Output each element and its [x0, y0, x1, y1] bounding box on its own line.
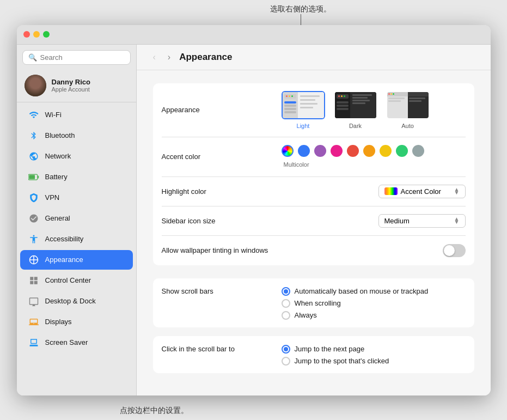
- main-window: 🔍 Danny Rico Apple Account: [17, 25, 491, 395]
- sidebar-item-bluetooth[interactable]: Bluetooth: [20, 126, 133, 145]
- highlight-color-row: Highlight color Accent Color ▲ ▼: [162, 177, 466, 206]
- click-next-page-option[interactable]: Jump to the next page: [282, 345, 389, 354]
- scroll-auto-dot: [284, 289, 288, 294]
- back-button[interactable]: ‹: [150, 51, 159, 63]
- appearance-dark-option[interactable]: Dark: [334, 91, 377, 129]
- bluetooth-icon: [28, 130, 40, 142]
- search-icon: 🔍: [28, 53, 37, 62]
- scroll-always-label: Always: [295, 311, 317, 319]
- sidebar-item-displays[interactable]: Displays: [20, 312, 133, 332]
- wallpaper-tinting-toggle[interactable]: [443, 244, 466, 257]
- annotation-top: 选取右侧的选项。: [270, 4, 331, 14]
- accent-pink[interactable]: [331, 145, 343, 157]
- close-button[interactable]: [23, 31, 30, 38]
- sidebar-item-appearance[interactable]: Appearance: [20, 250, 133, 270]
- scroll-scrolling-option[interactable]: When scrolling: [282, 299, 429, 308]
- highlight-color-label: Highlight color: [162, 187, 282, 196]
- user-name: Danny Rico: [52, 78, 91, 86]
- highlight-dropdown-arrow: ▲ ▼: [454, 188, 460, 194]
- accent-blue[interactable]: [298, 145, 310, 157]
- highlight-color-dropdown[interactable]: Accent Color ▲ ▼: [378, 185, 466, 198]
- accent-green[interactable]: [396, 145, 408, 157]
- accent-color-label: Accent color: [162, 153, 282, 161]
- accent-purple[interactable]: [314, 145, 326, 157]
- sidebar-label-controlcenter: Control Center: [45, 276, 91, 284]
- wallpaper-tinting-control: [282, 244, 466, 257]
- wallpaper-tinting-row: Allow wallpaper tinting in windows: [162, 236, 466, 265]
- appearance-light-thumb: [282, 91, 325, 119]
- sidebar-item-screensaver[interactable]: Screen Saver: [20, 333, 133, 352]
- highlight-color-value: Accent Color: [401, 187, 441, 196]
- sidebar-item-wifi[interactable]: Wi-Fi: [20, 105, 133, 125]
- screensaver-icon: [28, 337, 40, 349]
- click-next-page-label: Jump to the next page: [295, 345, 365, 353]
- sidebar-label-displays: Displays: [45, 318, 72, 326]
- svg-rect-2: [29, 175, 35, 179]
- click-spot-option[interactable]: Jump to the spot that's clicked: [282, 357, 389, 366]
- accent-color-row: Accent color: [162, 137, 466, 177]
- click-spot-radio: [282, 357, 290, 366]
- appearance-row-control: Light: [282, 91, 466, 129]
- scroll-always-radio: [282, 311, 290, 320]
- highlight-color-swatch: [384, 187, 398, 195]
- sidebar-item-desktop[interactable]: Desktop & Dock: [20, 291, 133, 311]
- accessibility-icon: [28, 233, 40, 245]
- sidebar-item-general[interactable]: General: [20, 209, 133, 228]
- appearance-auto-label: Auto: [401, 123, 414, 129]
- appearance-auto-thumb: [386, 91, 430, 119]
- annotation-bottom: 点按边栏中的设置。: [120, 406, 188, 416]
- main-content: 🔍 Danny Rico Apple Account: [17, 45, 491, 395]
- displays-icon: [28, 316, 40, 328]
- maximize-button[interactable]: [43, 31, 50, 38]
- appearance-auto-option[interactable]: Auto: [386, 91, 430, 129]
- avatar: [25, 75, 46, 96]
- toggle-knob: [444, 245, 455, 256]
- scroll-bars-row: Show scroll bars Automatically based on …: [162, 278, 466, 327]
- sidebar-item-accessibility[interactable]: Accessibility: [20, 229, 133, 249]
- appearance-row: Appearance: [162, 83, 466, 137]
- sidebar-item-network[interactable]: Network: [20, 147, 133, 166]
- click-scroll-label: Click in the scroll bar to: [162, 345, 282, 353]
- click-scroll-control: Jump to the next page Jump to the spot t…: [282, 345, 466, 366]
- accent-red[interactable]: [347, 145, 359, 157]
- user-section[interactable]: Danny Rico Apple Account: [17, 69, 136, 102]
- forward-button[interactable]: ›: [164, 51, 174, 63]
- click-next-page-dot: [284, 347, 288, 351]
- scroll-always-option[interactable]: Always: [282, 311, 429, 320]
- accent-color-row-dots: [282, 145, 424, 157]
- sidebar-label-desktop: Desktop & Dock: [45, 297, 96, 305]
- accent-yellow[interactable]: [380, 145, 392, 157]
- sidebar-label-accessibility: Accessibility: [45, 235, 84, 243]
- highlight-color-control: Accent Color ▲ ▼: [282, 185, 466, 198]
- titlebar: [17, 25, 491, 45]
- appearance-light-label: Light: [297, 123, 310, 129]
- sidebar-icon-size-label: Sidebar icon size: [162, 217, 282, 225]
- accent-selected-label: Multicolor: [284, 161, 309, 168]
- battery-icon: [28, 171, 40, 183]
- accent-multicolor[interactable]: [282, 145, 294, 157]
- search-input[interactable]: [40, 53, 125, 62]
- click-spot-label: Jump to the spot that's clicked: [295, 357, 389, 365]
- sidebar-label-general: General: [45, 214, 70, 222]
- scroll-auto-option[interactable]: Automatically based on mouse or trackpad: [282, 287, 429, 296]
- appearance-dark-thumb: [334, 91, 377, 119]
- controlcenter-icon: [28, 275, 40, 287]
- accent-orange[interactable]: [363, 145, 375, 157]
- sidebar-label-appearance: Appearance: [45, 255, 83, 264]
- minimize-button[interactable]: [33, 31, 40, 38]
- network-icon: [28, 150, 40, 162]
- sidebar-label-screensaver: Screen Saver: [45, 338, 88, 346]
- wifi-icon: [28, 109, 40, 121]
- appearance-icon: [28, 254, 40, 266]
- accent-graphite[interactable]: [412, 145, 424, 157]
- panel-title: Appearance: [179, 52, 232, 63]
- appearance-light-option[interactable]: Light: [282, 91, 325, 129]
- sidebar-icon-size-dropdown[interactable]: Medium ▲ ▼: [378, 214, 466, 228]
- search-box[interactable]: 🔍: [22, 50, 131, 65]
- sidebar-item-controlcenter[interactable]: Control Center: [20, 271, 133, 290]
- vpn-icon: [28, 192, 40, 204]
- main-panel: ‹ › Appearance Appearance: [137, 45, 491, 395]
- sidebar-item-battery[interactable]: Battery: [20, 167, 133, 187]
- accent-colors-container: Multicolor: [282, 145, 424, 169]
- sidebar-item-vpn[interactable]: VPN: [20, 188, 133, 208]
